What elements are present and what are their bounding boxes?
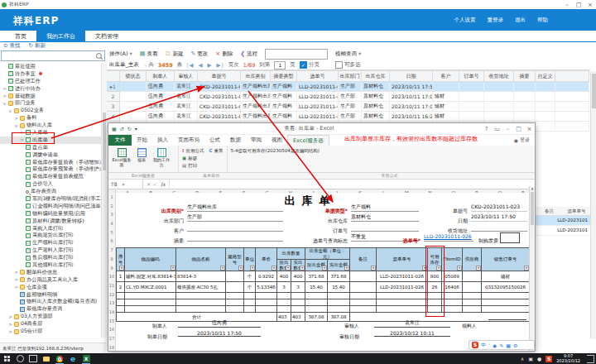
grid-cell[interactable] <box>120 112 147 122</box>
tab-start[interactable]: 开始 <box>132 135 152 146</box>
grid-cell[interactable]: 袁常江 <box>175 112 198 122</box>
grid-cell[interactable] <box>120 102 147 112</box>
grid-header[interactable]: 出库仓库 <box>362 71 390 82</box>
sidebar-item[interactable]: 最低库存量提前表（手动增加） <box>0 159 101 166</box>
grid-cell[interactable] <box>459 102 484 112</box>
grid-cell[interactable] <box>536 102 555 112</box>
grid-cell[interactable]: 4 <box>107 112 120 122</box>
grid-header[interactable]: 出库部门 <box>339 71 362 82</box>
grid-cell[interactable] <box>459 92 484 102</box>
col-sales-order[interactable]: 销售订单号▾ <box>482 248 530 271</box>
grid-cell[interactable] <box>514 112 536 122</box>
grid-cell[interactable]: 原材料仓 <box>362 112 390 122</box>
sidebar-item[interactable]: 库存表查询 <box>0 188 101 195</box>
sidebar-item[interactable]: >翻单科价信息 <box>0 269 101 276</box>
grid-cell[interactable] <box>459 82 484 92</box>
multiselect-checkbox[interactable] <box>335 61 343 69</box>
ime-keyboard-icon[interactable]: ▦ <box>506 342 511 348</box>
edit-button[interactable]: ✎更改 <box>190 50 208 58</box>
formula-input[interactable] <box>169 180 535 189</box>
grid-cell[interactable] <box>555 122 589 132</box>
sidebar-item[interactable]: 原材料(调拨/数量转移) <box>0 218 101 225</box>
field-invoice-box[interactable] <box>500 232 520 243</box>
field-warehouse[interactable]: 原材料仓 <box>351 213 419 222</box>
find-button[interactable]: ⊙ 查找 <box>3 42 21 50</box>
flow-button[interactable]: ❮流程 <box>240 50 257 58</box>
prev-page-button[interactable]: ◀ <box>199 62 204 69</box>
grid-cell[interactable] <box>555 112 589 122</box>
grid-cell[interactable] <box>484 82 514 92</box>
title-button[interactable]: ▣标题 <box>182 155 223 161</box>
grid-header[interactable]: 订单号 <box>459 71 484 82</box>
col-spec[interactable]: 规格型号▾ <box>226 248 244 271</box>
tree-expander-icon[interactable]: v <box>8 108 12 113</box>
grid-cell[interactable]: 生产部 <box>339 102 362 112</box>
grid-cell[interactable] <box>536 112 555 122</box>
grid-header[interactable]: 收货地址 <box>484 71 514 82</box>
row-header[interactable]: 4 <box>108 219 115 228</box>
grid-cell[interactable]: 生产部 <box>339 112 362 122</box>
first-page-button[interactable]: |◀ <box>186 62 194 69</box>
item-cell[interactable] <box>328 299 350 306</box>
scrollbar-thumb[interactable] <box>592 74 596 108</box>
grid-cell[interactable] <box>433 82 459 92</box>
row-header[interactable]: 1 <box>108 193 115 202</box>
item-cell[interactable] <box>244 299 256 306</box>
qat-button[interactable]: ↺ <box>120 126 124 132</box>
sidebar-item[interactable]: v0502业务 <box>0 107 101 114</box>
search-input[interactable] <box>1 50 105 61</box>
grid-header[interactable]: 选单号 <box>297 71 339 82</box>
task-view-button[interactable] <box>26 353 40 364</box>
order-row[interactable]: ▸1伍向勇袁常江CKD-20231011-023生产领料出库生产领料LLD-20… <box>107 82 589 92</box>
grid-header[interactable]: 摘要类型 <box>271 71 297 82</box>
tab-insert[interactable]: 插入 <box>152 135 173 146</box>
grid-cell[interactable] <box>555 82 589 92</box>
item-cell[interactable]: 个 <box>244 271 256 282</box>
grid-cell[interactable]: 生产领料 <box>271 112 297 122</box>
tray-volume-icon[interactable]: ● <box>537 356 541 362</box>
item-cell[interactable]: 个 <box>244 282 256 293</box>
row-header[interactable]: 11 <box>108 281 115 290</box>
col-qty-due[interactable]: 应出数量▾ <box>277 260 291 271</box>
row-header[interactable]: 9 <box>108 264 115 273</box>
tray-expand-icon[interactable]: ∧ <box>521 356 524 362</box>
filter-icon[interactable]: ▾ <box>344 266 349 271</box>
col-item-name[interactable]: 物品名称▾ <box>176 248 226 271</box>
my-workbench-button[interactable]: 我的工作台 <box>151 147 171 170</box>
detail-row[interactable]: LLD-2023101 <box>536 216 590 226</box>
tree-expander-icon[interactable]: > <box>8 314 12 319</box>
grid-header[interactable]: 审核人 <box>175 71 198 82</box>
header-link[interactable]: 退出 <box>515 17 526 24</box>
row-header[interactable]: 14 <box>108 308 115 317</box>
grid-cell[interactable]: 生产领料 <box>271 102 297 112</box>
item-cell[interactable] <box>176 299 226 306</box>
item-cell[interactable] <box>463 282 482 293</box>
grid-cell[interactable] <box>536 82 555 92</box>
grid-cell[interactable] <box>555 102 589 112</box>
help-button[interactable]: ? <box>481 126 492 132</box>
tree-expander-icon[interactable]: v <box>14 123 18 128</box>
header-link[interactable]: 个人设置 <box>454 17 476 24</box>
delete-button[interactable]: ×删除 <box>215 50 233 58</box>
sidebar-item[interactable]: >基础数据 <box>0 93 101 100</box>
item-cell[interactable] <box>226 299 244 306</box>
sidebar-item[interactable]: 订金领料询问明细/询问已清单 <box>0 203 101 210</box>
tab-review[interactable]: 审阅 <box>246 135 267 146</box>
item-cell[interactable] <box>244 306 256 313</box>
item-cell[interactable] <box>328 306 350 313</box>
grid-cell[interactable]: 生产领料出库 <box>241 82 271 92</box>
item-cell[interactable]: 2 <box>117 282 125 293</box>
field-order[interactable] <box>351 223 419 232</box>
close-button[interactable]: × <box>584 2 596 8</box>
item-cell[interactable] <box>256 306 277 313</box>
tab-workbench[interactable]: 我的工作台 <box>36 31 85 41</box>
row-header[interactable]: 8 <box>108 255 115 264</box>
print-button[interactable]: ▤打印 <box>182 162 223 169</box>
tray-network-icon[interactable]: ▣ <box>528 356 533 362</box>
item-cell[interactable] <box>350 271 377 282</box>
grid-cell[interactable]: 辅材 <box>433 102 459 112</box>
grid-header[interactable]: 单据号 <box>198 71 241 82</box>
view-button[interactable]: ▤查看 <box>140 50 158 58</box>
scrollbar-thumb[interactable] <box>531 192 534 225</box>
item-cell[interactable] <box>125 299 176 306</box>
